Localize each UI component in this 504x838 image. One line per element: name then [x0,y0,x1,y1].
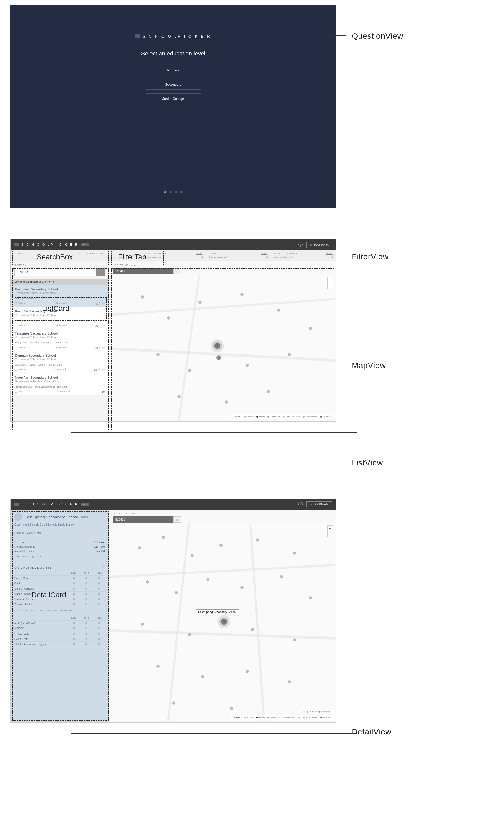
reset-link[interactable]: reset [326,252,332,255]
bookmark-link[interactable]: ☆ Bookmark [15,555,28,558]
list-card[interactable]: Dunman Secondary SchoolGovernment School… [11,351,109,373]
reset-link[interactable]: reset [261,252,268,255]
details-link[interactable]: ▢ Details [15,324,25,327]
zoom-out-button[interactable]: − [328,531,333,537]
annotation-filterview: FilterView [352,252,504,261]
bookmark-link[interactable]: ☆ Bookmark [54,324,67,327]
zoom-in-button[interactable]: + [328,526,333,531]
travel-time: 🚌 12 min [94,368,105,371]
languages: Chinese / Malay / Tamil [11,532,109,536]
logo-icon [15,503,19,506]
locate-search-button[interactable]: ⌕ [173,268,181,274]
travel-time: 🚌 6 min [95,324,105,327]
sort-select[interactable]: Distance ˅ [15,268,105,276]
list-card[interactable]: Tampines Secondary SchoolGovernment Scho… [11,329,109,351]
questionview-panel: S C H O O LP I C K E R Select an educati… [11,5,336,208]
website-link[interactable]: website [80,516,88,518]
list-card[interactable]: East View Secondary SchoolGovernment Sch… [11,285,109,307]
pagination-dot[interactable] [164,191,166,193]
bookmark-button[interactable]: ☆ BOOKMARK [306,242,332,248]
details-link[interactable]: ▢ Details [15,346,25,349]
locate-input[interactable] [113,268,173,274]
detail-card: East Spring Secondary School website Gov… [11,510,109,722]
bookmark-link[interactable]: ☆ Bookmark [57,390,70,393]
card-title: East View Secondary School [15,288,105,291]
travel-time: 🚌 [102,390,105,393]
reset-link[interactable]: reset [196,252,202,255]
cca-row: NPCC (Land) [15,631,105,636]
zoom-out-button[interactable]: − [328,283,333,289]
card-tags: Horticulture Club · International Chess … [15,386,105,388]
map-canvas[interactable]: East Spring Secondary School + − © OpenS… [109,523,336,722]
cca-row: Drama - English [15,602,105,607]
detailview-panel: S C H O O LP I C K E R BETA i ☆ BOOKMARK [11,499,336,723]
locate-clear-link[interactable]: clear [131,512,137,515]
zoom-in-button[interactable]: + [328,277,333,283]
cca-row: NCDCC [15,626,105,631]
annotation-detailview: DetailView [352,728,504,736]
card-tags: National Civil Defence Cadet Corps · Con… [15,319,105,322]
cca-heading[interactable]: CCA ACHIEVEMENTS ˅ [11,563,109,571]
bookmark-button[interactable]: ☆ BOOKMARK [306,501,332,508]
filter-ccas[interactable]: CCAsreset None selected ≡ [206,250,271,261]
cca-row: St John Ambulance Brigade [15,642,105,647]
annotation-mapview: MapView [352,361,504,370]
pagination-dot[interactable] [175,191,177,193]
card-subtitle: Government School · Co-ed School [15,314,105,317]
details-link[interactable]: ▢ Details [15,302,25,305]
info-icon[interactable]: i [299,242,303,247]
level-option-jc[interactable]: Junior College [146,93,201,104]
level-option-secondary[interactable]: Secondary [146,79,201,90]
bookmark-link[interactable]: ☆ Bookmark [53,368,67,371]
hamburger-icon: ≡ [202,255,203,258]
level-option-primary[interactable]: Primary [146,65,201,75]
travel-time: 🚌 5 min [32,555,41,558]
map-pane[interactable]: LOCATE ME clear ⌕ [109,510,336,722]
school-type: Government School / Co-ed School / Singl… [11,523,109,528]
app-logo: S C H O O LP I C K E R [136,34,211,38]
beta-badge: BETA [81,503,89,506]
map-zoom-controls: + − [327,525,333,537]
logo-text: S C H O O LP I C K E R [143,34,211,38]
annotation-listview: ListView [352,458,504,467]
card-title: Tampines Secondary School [15,331,105,335]
school-name: East Spring Secondary School [24,515,78,519]
listview-panel: S C H O O LP I C K E R BETA i ☆ BOOKMARK [11,239,336,422]
card-subtitle: Government School · Co-ed School [15,292,105,294]
locate-clear-link[interactable]: clear [131,264,137,267]
annotation-questionview: QuestionView [352,32,504,40]
filter-near-location[interactable]: NEAR LOCATIONreset None selected ≡ [141,250,206,261]
list-sidebar: SORT BY Distance ˅ 159 schools match you… [11,261,109,422]
card-tags: Malay Food Club · Wind Ensemble · Studen… [15,341,105,344]
map-marker-focus[interactable] [219,617,228,626]
app-header: S C H O O LP I C K E R BETA i ☆ BOOKMARK [11,239,336,250]
pagination-dots [164,191,182,193]
logo-icon [136,34,140,38]
bookmark-link[interactable]: ☆ Bookmark [54,346,67,349]
pagination-dot[interactable] [169,191,172,193]
details-link[interactable]: ▢ Details [15,390,25,393]
map-tooltip: East Spring Secondary School [196,610,239,615]
locate-search-button[interactable]: ⌕ [173,516,181,523]
map-marker-focus[interactable] [213,341,222,350]
pagination-dot[interactable] [180,191,182,193]
map-canvas[interactable]: + − LEGEND Schools Home Within 1km Betwe… [109,274,336,422]
search-icon: ⌕ [176,270,178,273]
map-pane[interactable]: LOCATE ME clear ⌕ [109,261,336,422]
annotation-listcard: ListCard [42,304,69,313]
list-card[interactable]: Ngee Ann Secondary SchoolGovernment-aide… [11,373,109,395]
locate-input[interactable] [113,516,173,523]
map-attribution: © OpenStreetMap © CartoDB [302,709,333,714]
question-heading: Select an education level [141,50,205,57]
details-link[interactable]: ▢ Details [15,368,25,371]
chevron-down-icon: ˅ [96,268,105,276]
logo-text: S C H O O LP I C K E R [21,502,78,506]
star-icon: ☆ [310,243,312,246]
filter-other-options[interactable]: OTHER OPTIONSreset None selected ≡ [271,250,336,261]
info-icon[interactable]: i [299,502,303,507]
card-subtitle: Government School · Co-ed School [15,358,105,361]
locate-label: LOCATE ME [113,264,129,267]
chevron-down-icon: ˅ [103,566,105,569]
app-header: S C H O O LP I C K E R BETA i ☆ BOOKMARK [11,499,336,510]
map-legend: LEGEND Schools Home Within 1km Between 1… [230,414,333,420]
